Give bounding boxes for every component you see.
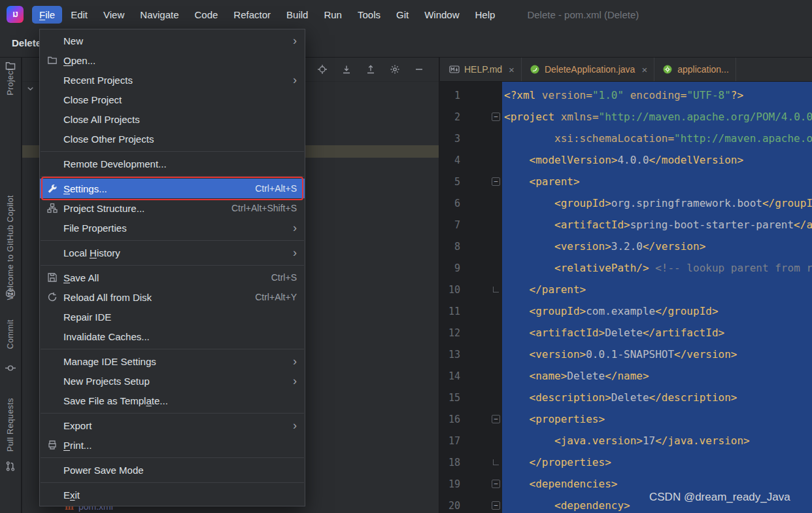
editor-body[interactable]: 1<?xml version="1.0" encoding="UTF-8"?>2… [440, 82, 812, 513]
code-line[interactable]: 15 <description>Delete</description> [440, 387, 812, 408]
tool-window-button-project[interactable]: Project [6, 68, 15, 96]
code-line[interactable]: 10 </parent> [440, 279, 812, 300]
fold-collapse-icon[interactable]: − [492, 501, 500, 510]
menu-item-new-projects-setup[interactable]: New Projects Setup› [40, 371, 305, 391]
code-text: <project xmlns="http://maven.apache.org/… [502, 111, 812, 123]
menu-item-export[interactable]: Export› [40, 416, 305, 435]
folder-icon[interactable] [5, 60, 16, 71]
fold-collapse-icon[interactable]: − [492, 415, 500, 423]
menubar-item-help[interactable]: Help [468, 6, 503, 24]
code-line[interactable]: 4 <modelVersion>4.0.0</modelVersion> [440, 149, 812, 171]
tab-close-icon[interactable]: × [641, 64, 647, 75]
code-text: <groupId>org.springframework.boot</group… [502, 197, 812, 209]
menu-item-remote-development[interactable]: Remote Development... [40, 154, 305, 173]
reload-icon [46, 292, 58, 302]
locate-target-icon[interactable] [317, 64, 328, 75]
menu-item-exit[interactable]: Exit [40, 485, 305, 504]
code-line[interactable]: 13 <version>0.0.1-SNAPSHOT</version> [440, 344, 812, 365]
breadcrumb-project[interactable]: Delete [12, 37, 41, 48]
code-text: <artifactId>Delete</artifactId> [502, 327, 724, 339]
menu-item-close-other-projects[interactable]: Close Other Projects [40, 129, 305, 149]
tool-window-button-copilot[interactable]: Welcome to GitHub Copilot [6, 195, 15, 300]
code-line[interactable]: 11 <groupId>com.example</groupId> [440, 300, 812, 322]
menu-item-save-file-as-template[interactable]: Save File as Template... [40, 391, 305, 410]
tab-close-icon[interactable]: × [509, 64, 515, 75]
code-line[interactable]: 18 </properties> [440, 451, 812, 473]
tab-help-md[interactable]: HELP.md× [441, 58, 522, 81]
code-line[interactable]: 6 <groupId>org.springframework.boot</gro… [440, 192, 812, 214]
settings-gear-icon[interactable] [390, 64, 400, 75]
menu-item-local-history[interactable]: Local History› [40, 243, 305, 262]
menu-item-open[interactable]: Open... [40, 50, 305, 70]
code-line[interactable]: 12 <artifactId>Delete</artifactId> [440, 322, 812, 344]
commit-icon[interactable] [5, 363, 16, 374]
gutter-fold-column: − [460, 480, 502, 488]
menubar-item-view[interactable]: View [96, 6, 131, 24]
menu-item-icon-placeholder [46, 376, 58, 386]
chevron-down-icon[interactable] [25, 84, 35, 94]
menubar-item-navigate[interactable]: Navigate [133, 6, 186, 24]
line-number: 4 [440, 154, 460, 166]
pull-request-icon[interactable] [5, 461, 16, 472]
line-number: 12 [440, 327, 460, 339]
code-line[interactable]: 14 <name>Delete</name> [440, 365, 812, 387]
line-number: 20 [440, 500, 460, 512]
menu-item-invalidate-caches[interactable]: Invalidate Caches... [40, 327, 305, 346]
code-line[interactable]: 2−<project xmlns="http://maven.apache.or… [440, 106, 812, 128]
fold-collapse-icon[interactable]: − [492, 113, 500, 121]
code-line[interactable]: 16− <properties> [440, 408, 812, 430]
menu-item-project-structure[interactable]: Project Structure...Ctrl+Alt+Shift+S [40, 198, 305, 218]
menu-item-save-all[interactable]: Save AllCtrl+S [40, 268, 305, 287]
code-line[interactable]: 3 xsi:schemaLocation="http://maven.apach… [440, 128, 812, 149]
tool-window-button-pull-requests[interactable]: Pull Requests [6, 398, 15, 451]
menu-item-label: Save All [63, 272, 99, 283]
submenu-chevron-icon: › [293, 247, 297, 258]
menubar-item-refactor[interactable]: Refactor [226, 6, 278, 24]
copilot-icon[interactable] [5, 288, 16, 299]
menubar-item-edit[interactable]: Edit [63, 6, 95, 24]
menubar-item-window[interactable]: Window [417, 6, 466, 24]
tab-application[interactable]: application... [654, 58, 736, 81]
menu-separator [41, 240, 304, 241]
menu-item-print[interactable]: Print... [40, 435, 305, 455]
hide-minus-icon[interactable] [414, 64, 424, 75]
expand-all-icon[interactable] [341, 64, 352, 75]
code-line[interactable]: 1<?xml version="1.0" encoding="UTF-8"?> [440, 84, 812, 106]
menu-item-label: Recent Projects [63, 75, 133, 86]
menubar-item-run[interactable]: Run [316, 6, 349, 24]
menubar-item-file[interactable]: File [32, 6, 62, 24]
menu-item-close-all-projects[interactable]: Close All Projects [40, 109, 305, 129]
menu-item-label: Close Other Projects [63, 133, 154, 145]
menubar-item-code[interactable]: Code [188, 6, 226, 24]
menubar-item-build[interactable]: Build [279, 6, 315, 24]
collapse-all-icon[interactable] [365, 64, 376, 75]
menu-item-settings[interactable]: Settings...Ctrl+Alt+S [40, 179, 305, 198]
menu-item-label: Power Save Mode [63, 465, 144, 476]
fold-collapse-icon[interactable]: − [492, 177, 500, 186]
menu-item-reload-all-from-disk[interactable]: Reload All from DiskCtrl+Alt+Y [40, 287, 305, 307]
fold-collapse-icon[interactable]: − [492, 480, 500, 488]
intellij-logo: IJ [7, 6, 24, 23]
window-title: Delete - pom.xml (Delete) [527, 9, 639, 20]
menu-item-repair-ide[interactable]: Repair IDE [40, 307, 305, 327]
title-bar: IJ FileEditViewNavigateCodeRefactorBuild… [0, 0, 812, 29]
menu-item-file-properties[interactable]: File Properties› [40, 218, 305, 238]
code-line[interactable]: 7 <artifactId>spring-boot-starter-parent… [440, 214, 812, 236]
code-line[interactable]: 5− <parent> [440, 171, 812, 192]
menu-item-recent-projects[interactable]: Recent Projects› [40, 70, 305, 90]
menubar-item-tools[interactable]: Tools [350, 6, 388, 24]
menu-item-power-save-mode[interactable]: Power Save Mode [40, 460, 305, 480]
tool-window-button-commit[interactable]: Commit [6, 319, 15, 349]
code-line[interactable]: 8 <version>3.2.0</version> [440, 236, 812, 257]
code-line[interactable]: 9 <relativePath/> <!-- lookup parent fro… [440, 257, 812, 279]
code-line[interactable]: 17 <java.version>17</java.version> [440, 430, 812, 451]
menu-item-manage-ide-settings[interactable]: Manage IDE Settings› [40, 351, 305, 371]
menu-item-label: Open... [63, 55, 95, 66]
menu-item-close-project[interactable]: Close Project [40, 90, 305, 109]
menu-item-label: Close All Projects [63, 114, 140, 125]
menu-item-label: File Properties [63, 222, 127, 234]
menu-item-new[interactable]: New› [40, 31, 305, 50]
tab-deleteapplication-java[interactable]: DeleteApplication.java× [522, 58, 654, 81]
menubar-item-git[interactable]: Git [389, 6, 416, 24]
submenu-chevron-icon: › [293, 35, 297, 46]
